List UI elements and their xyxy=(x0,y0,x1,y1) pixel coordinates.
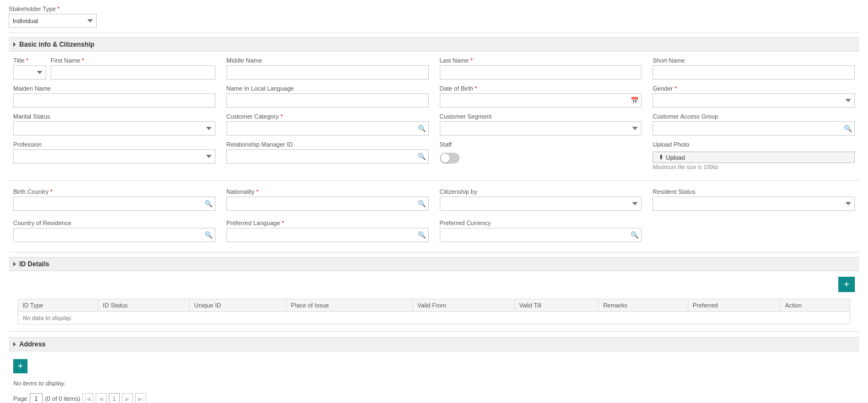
id-details-collapse-icon[interactable] xyxy=(13,262,16,266)
id-details-section: ID Details + ID Type ID Status Unique ID… xyxy=(9,257,859,324)
basic-info-row1: Title * First Name * Middle xyxy=(9,57,859,85)
country-residence-group: Country of Residence 🔍 xyxy=(13,220,215,242)
toggle-knob xyxy=(441,154,450,163)
birth-country-input[interactable] xyxy=(13,197,215,211)
id-details-add-row: + xyxy=(9,277,859,296)
marital-status-select[interactable] xyxy=(13,121,215,136)
basic-info-row4: Profession Relationship Manager ID 🔍 Sta… xyxy=(9,141,859,176)
col-id-type: ID Type xyxy=(18,299,98,312)
maiden-name-input[interactable] xyxy=(13,93,215,108)
preferred-currency-input[interactable] xyxy=(440,228,642,242)
citizenship-row1: Birth Country * 🔍 Nationality * 🔍 Citize… xyxy=(9,185,859,216)
page-wrapper: Stakeholder Type * Individual Corporate … xyxy=(0,0,868,403)
short-name-group: Short Name xyxy=(653,57,855,80)
customer-segment-select[interactable] xyxy=(440,121,642,136)
profession-select[interactable] xyxy=(13,149,215,164)
staff-toggle[interactable] xyxy=(440,153,460,164)
short-name-label: Short Name xyxy=(653,57,855,64)
placeholder-group xyxy=(653,220,855,242)
nationality-label: Nationality * xyxy=(226,188,429,195)
id-details-add-button[interactable]: + xyxy=(838,277,855,292)
middle-name-input[interactable] xyxy=(226,65,429,80)
page-prev-button[interactable]: ◀ xyxy=(96,393,107,403)
resident-status-label: Resident Status xyxy=(653,188,855,195)
total-info: (0 of 0 items) xyxy=(45,395,80,402)
title-select[interactable] xyxy=(13,65,46,80)
customer-segment-label: Customer Segment xyxy=(440,113,642,120)
page-label: Page xyxy=(13,395,27,402)
upload-note: Maximum file size is 100kb xyxy=(653,164,855,170)
gender-group: Gender * xyxy=(653,85,855,108)
country-residence-label: Country of Residence xyxy=(13,220,215,226)
address-section: Address + No items to display. Page (0 o… xyxy=(9,337,859,403)
divider-citizenship xyxy=(9,180,859,181)
country-residence-input[interactable] xyxy=(13,228,215,242)
citizenship-row2: Country of Residence 🔍 Preferred Languag… xyxy=(9,216,859,248)
col-preferred: Preferred xyxy=(688,299,781,312)
citizenship-by-select[interactable] xyxy=(440,197,642,211)
name-local-group: Name In Local Language xyxy=(226,85,429,108)
marital-status-group: Marital Status xyxy=(13,113,215,136)
preferred-currency-label: Preferred Currency xyxy=(440,220,642,226)
page-last-button[interactable]: ▶| xyxy=(135,393,146,403)
customer-access-group: Customer Access Group 🔍 xyxy=(653,113,855,136)
basic-info-row3: Marital Status Customer Category * 🔍 Cus… xyxy=(9,113,859,141)
birth-country-label: Birth Country * xyxy=(13,188,215,195)
rm-id-input[interactable] xyxy=(226,149,429,164)
col-id-status: ID Status xyxy=(98,299,190,312)
citizenship-by-label: Citizenship by xyxy=(440,188,642,195)
col-valid-till: Valid Till xyxy=(515,299,599,312)
nationality-input[interactable] xyxy=(226,197,429,211)
marital-status-label: Marital Status xyxy=(13,113,215,120)
resident-status-select[interactable] xyxy=(653,197,855,211)
page-next-button[interactable]: ▶ xyxy=(122,393,133,403)
dob-group: Date of Birth * 📅 xyxy=(440,85,642,108)
id-table-body: No data to display. xyxy=(18,312,850,324)
id-no-data-cell: No data to display. xyxy=(18,312,850,324)
first-name-input[interactable] xyxy=(51,65,215,80)
col-unique-id: Unique ID xyxy=(190,299,286,312)
stakeholder-type-label: Stakeholder Type * xyxy=(9,5,859,12)
customer-access-input[interactable] xyxy=(653,121,855,136)
id-details-header: ID Details xyxy=(9,257,859,271)
collapse-icon[interactable] xyxy=(13,42,16,47)
customer-category-input[interactable] xyxy=(226,121,429,136)
stakeholder-type-select[interactable]: Individual Corporate xyxy=(9,14,97,28)
divider-3 xyxy=(9,331,859,332)
rm-id-label: Relationship Manager ID xyxy=(226,141,429,148)
gender-select[interactable] xyxy=(653,93,855,108)
basic-info-row2: Maiden Name Name In Local Language Date … xyxy=(9,85,859,113)
upload-button[interactable]: ⬆ Upload xyxy=(653,152,855,163)
preferred-currency-group: Preferred Currency 🔍 xyxy=(440,220,642,242)
pagination-row: Page (0 of 0 items) |◀ ◀ 1 ▶ ▶| xyxy=(9,389,859,403)
id-table-head: ID Type ID Status Unique ID Place of Iss… xyxy=(18,299,850,312)
short-name-input[interactable] xyxy=(653,65,855,80)
col-action: Action xyxy=(780,299,850,312)
preferred-language-input[interactable] xyxy=(226,228,429,242)
citizenship-by-group: Citizenship by xyxy=(440,188,642,211)
name-local-input[interactable] xyxy=(226,93,429,108)
title-firstname-group: Title * First Name * xyxy=(13,57,215,80)
gender-label: Gender * xyxy=(653,85,855,92)
dob-input[interactable] xyxy=(440,93,642,108)
divider-2 xyxy=(9,252,859,253)
last-name-group: Last Name * xyxy=(440,57,642,80)
page-current-button[interactable]: 1 xyxy=(109,393,120,403)
title-label: Title * xyxy=(13,57,46,64)
page-number-input[interactable] xyxy=(30,393,43,403)
page-first-button[interactable]: |◀ xyxy=(82,393,93,403)
preferred-language-label: Preferred Language * xyxy=(226,220,429,226)
middle-name-group: Middle Name xyxy=(226,57,429,80)
last-name-input[interactable] xyxy=(440,65,642,80)
name-local-label: Name In Local Language xyxy=(226,85,429,92)
address-collapse-icon[interactable] xyxy=(13,342,16,346)
id-table-no-data-row: No data to display. xyxy=(18,312,850,324)
first-name-label: First Name * xyxy=(51,57,215,64)
address-add-button[interactable]: + xyxy=(13,359,27,373)
col-valid-from: Valid From xyxy=(413,299,515,312)
customer-category-group: Customer Category * 🔍 xyxy=(226,113,429,136)
rm-id-group: Relationship Manager ID 🔍 xyxy=(226,141,429,170)
customer-segment-group: Customer Segment xyxy=(440,113,642,136)
col-place-issue: Place of Issue xyxy=(286,299,413,312)
customer-category-label: Customer Category * xyxy=(226,113,429,120)
